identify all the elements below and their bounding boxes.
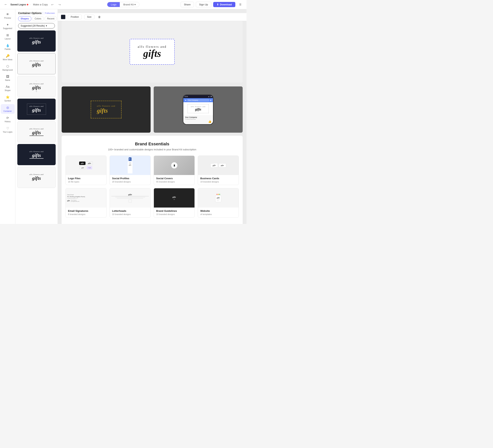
sidebar-item-slogan[interactable]: Aa Slogan	[1, 84, 15, 93]
panel-title: Container Options	[18, 11, 42, 15]
letterheads-card[interactable]: gifts Letterheads 10 branded designs	[110, 188, 151, 218]
left-sidebar: 👁 Preview ✦ Suggested ⊞ Layout 💧 Palette…	[0, 9, 15, 224]
back-button[interactable]: ←	[3, 2, 9, 7]
topbar-left: ← Saved Logos · Make a Copy ↩ ↪	[3, 2, 105, 7]
email-signatures-sub: 8 branded designs	[66, 213, 106, 217]
brand-guidelines-label: Brand Guidelines	[154, 208, 194, 213]
topbar: ← Saved Logos · Make a Copy ↩ ↪ Logo Bra…	[0, 0, 246, 9]
website-sub: of templates	[198, 213, 239, 217]
logo-text-4: alfs flowers and gifts	[27, 104, 46, 115]
layout-icon: ⊞	[6, 33, 9, 37]
letterheads-image: gifts	[110, 188, 150, 208]
preview-icon: 👁	[6, 13, 9, 16]
sidebar-item-preview[interactable]: 👁 Preview	[1, 11, 15, 21]
sidebar-item-suggested[interactable]: ✦ Suggested	[1, 21, 15, 31]
delete-button[interactable]: 🗑	[97, 14, 102, 20]
logo-option-4[interactable]: alfs flowers and gifts	[17, 98, 56, 120]
logo-option-3[interactable]: ⌒ alfs flowers and gifts ◇	[17, 76, 56, 97]
sidebar-item-background[interactable]: ⬡ Background	[1, 63, 15, 73]
name-icon: 🖼	[6, 75, 9, 78]
logo-option-6[interactable]: alfs flowers and gifts	[17, 144, 56, 165]
download-icon: ⬇	[217, 3, 219, 6]
size-button[interactable]: Size	[84, 15, 94, 19]
social-covers-label: Social Covers	[154, 175, 194, 181]
social-profiles-card[interactable]: f gifts Social Profiles 20 branded desig…	[110, 155, 151, 185]
phone-logo-area: alfs flowers and gifts	[183, 102, 213, 115]
website-card[interactable]: gifts Website of templates	[198, 188, 239, 218]
logo-files-card[interactable]: gifts gifts gifts +14 Logo Files 16 file…	[66, 155, 106, 185]
symbol-icon: ⭐	[6, 95, 10, 99]
filter-dropdown[interactable]: Suggested (28 Results) ▾	[18, 23, 55, 29]
brand-guidelines-image: gifts 09	[154, 188, 194, 208]
brand-guidelines-card[interactable]: gifts 09 Brand Guidelines 10 branded des…	[154, 188, 195, 218]
phone-status-bar: 10:03 ▲ ⧖ ■	[183, 95, 213, 98]
your-logos-icon: ♡	[6, 127, 9, 130]
sidebar-item-more-ideas[interactable]: 🔑 More Ideas	[1, 53, 15, 62]
logo-text-7: alfs flowers and gifts	[29, 174, 44, 181]
sidebar-item-palette[interactable]: 💧 Palette	[1, 42, 15, 52]
brand-essentials-title: Brand Essentials	[66, 142, 239, 146]
logo-options-grid: alfs flowers and gifts alfs flowers and …	[15, 30, 57, 224]
undo-button[interactable]: ↩	[50, 2, 55, 7]
logo-option-7[interactable]: alfs flowers and gifts	[17, 167, 56, 188]
logo-files-image: gifts gifts gifts +14	[66, 156, 106, 175]
business-cards-label: Business Cards	[198, 175, 239, 181]
sidebar-item-history[interactable]: ⟳ History	[1, 115, 15, 124]
logo-tab[interactable]: Logo	[107, 2, 120, 7]
social-profiles-image: f gifts	[110, 156, 150, 175]
brand-essentials-subtitle: 100+ branded and customizable designs in…	[66, 148, 239, 151]
sidebar-item-container[interactable]: ◎ Container	[1, 104, 15, 114]
sidebar-item-symbol[interactable]: ⭐ Symbol	[1, 94, 15, 103]
phone-mockup: 10:03 ▲ ⧖ ■ ◀ Your Company ▶ alfs flower…	[154, 87, 243, 133]
website-label: Website	[198, 208, 239, 213]
colors-tab[interactable]: Colors	[32, 16, 44, 21]
sidebar-item-your-logos[interactable]: ♡ Your Logos	[1, 125, 15, 135]
logo-option-5[interactable]: alfs flowers and gifts	[17, 121, 56, 142]
dark-paper-mockup: alfs flowers and gifts	[62, 87, 151, 133]
email-signatures-card[interactable]: New Email Re: Booking (Irrigation Room) …	[66, 188, 106, 218]
share-button[interactable]: Share	[181, 2, 194, 7]
logo-preview-selected[interactable]: alfs flowers and gifts	[130, 39, 175, 65]
recent-tab[interactable]: Recent	[45, 16, 57, 21]
shapes-tab[interactable]: Shapes	[18, 16, 31, 21]
mockup-big-text: gifts	[97, 107, 115, 114]
canvas-area: Position Size 🗑 alfs flowers and gifts a…	[58, 9, 246, 224]
logo-text-1: alfs flowers and gifts	[29, 37, 44, 45]
sidebar-item-layout[interactable]: ⊞ Layout	[1, 32, 15, 41]
slogan-icon: Aa	[6, 85, 10, 88]
sidebar-item-name[interactable]: 🖼 Name	[1, 73, 15, 83]
letterheads-sub: 10 branded designs	[110, 213, 150, 217]
social-profiles-label: Social Profiles	[110, 175, 150, 181]
sign-up-button[interactable]: Sign Up	[196, 2, 211, 7]
logo-brandkit-toggle: Logo Brand Kit ▾	[107, 2, 139, 7]
business-cards-image: gifts gifts	[198, 156, 239, 175]
phone-browser-bar: ◀ Your Company ▶	[183, 98, 213, 102]
main-layout: 👁 Preview ✦ Suggested ⊞ Layout 💧 Palette…	[0, 9, 246, 224]
options-panel: Container Options ⛶ Fullscreen Shapes Co…	[15, 9, 58, 224]
menu-button[interactable]: ☰	[237, 1, 243, 8]
color-swatch[interactable]	[61, 15, 66, 19]
logo-text-2: alfs flowers and gifts	[29, 60, 44, 67]
position-button[interactable]: Position	[68, 15, 82, 19]
make-copy-link[interactable]: Make a Copy	[33, 3, 48, 6]
canvas-logo-box: alfs flowers and gifts	[62, 21, 243, 83]
logo-option-1[interactable]: alfs flowers and gifts	[17, 30, 56, 52]
social-covers-card[interactable]: 📱 Social Covers 55 branded designs	[154, 155, 195, 185]
social-covers-sub: 55 branded designs	[154, 181, 194, 185]
phone-frame: 10:03 ▲ ⧖ ■ ◀ Your Company ▶ alfs flower…	[183, 95, 213, 125]
brand-kit-tab[interactable]: Brand Kit ▾	[120, 2, 139, 7]
download-button[interactable]: ⬇ Download	[213, 2, 235, 7]
item-toolbar: Position Size 🗑	[58, 13, 246, 21]
logo-option-2[interactable]: alfs flowers and gifts	[17, 53, 56, 74]
business-cards-card[interactable]: gifts gifts Business Cards 19 branded de…	[198, 155, 239, 185]
phone-footer: Your Company Product/Service 👍	[183, 115, 213, 124]
brand-essentials: Brand Essentials 100+ branded and custom…	[62, 136, 243, 224]
fullscreen-button[interactable]: ⛶ Fullscreen	[42, 12, 55, 14]
redo-button[interactable]: ↪	[57, 2, 62, 7]
topbar-center: Logo Brand Kit ▾	[107, 2, 139, 7]
letterheads-label: Letterheads	[110, 208, 150, 213]
logo-text-5: alfs flowers and gifts	[29, 128, 44, 136]
saved-logos-link[interactable]: Saved Logos	[11, 3, 28, 6]
suggested-icon: ✦	[6, 23, 9, 27]
dashed-logo-container: alfs flowers and gifts	[91, 101, 122, 118]
